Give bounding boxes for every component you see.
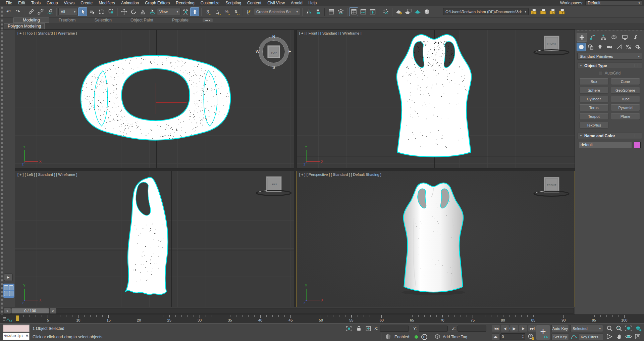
selection-lock-region-icon[interactable] <box>345 325 352 332</box>
time-slider-prev-button[interactable]: < <box>4 308 11 313</box>
object-type-button[interactable]: Pyramid <box>611 104 640 111</box>
selection-filter-dropdown[interactable]: All▾ <box>58 8 78 15</box>
scene-explorer-icon[interactable] <box>327 7 336 16</box>
zoom-all-icon[interactable] <box>615 325 624 332</box>
space-warps-category-icon[interactable] <box>624 43 633 51</box>
object-type-button[interactable]: Tube <box>611 96 640 102</box>
rendered-frame-window-icon[interactable] <box>404 7 413 16</box>
object-type-button[interactable]: Torus <box>579 104 608 111</box>
menu-item[interactable]: Content <box>244 0 264 6</box>
left-dock-handle[interactable] <box>0 30 3 307</box>
rectangular-selection-region-icon[interactable] <box>97 7 106 16</box>
track-bar-toggle-button[interactable]: ◀▶ <box>492 333 499 340</box>
viewcube-compass[interactable]: TOP N E S W <box>255 34 292 69</box>
set-keys-button[interactable]: + <box>536 325 550 340</box>
utilities-tab-icon[interactable] <box>630 33 641 42</box>
time-tag-cube-icon[interactable] <box>434 333 441 340</box>
create-tab-icon[interactable] <box>577 33 587 42</box>
percent-snap-icon[interactable]: % <box>222 7 231 16</box>
key-step-mode-icon[interactable] <box>570 333 578 341</box>
go-to-end-button[interactable]: ▶▶| <box>528 325 536 332</box>
mirror-icon[interactable] <box>304 7 313 16</box>
previous-frame-button[interactable]: ◀| <box>501 325 509 332</box>
object-type-button[interactable]: Cylinder <box>579 96 608 102</box>
shapes-category-icon[interactable] <box>586 43 595 51</box>
ribbon-tab[interactable]: Selection <box>85 17 121 23</box>
align-icon[interactable] <box>314 7 323 16</box>
cameras-category-icon[interactable] <box>605 43 614 51</box>
object-type-button[interactable]: Sphere <box>579 87 608 94</box>
viewport-perspective-label[interactable]: [ + ] [ Perspective ] [ Standard ] [ Def… <box>299 173 381 177</box>
motion-tab-icon[interactable] <box>609 33 619 42</box>
edit-named-selection-icon[interactable]: { <box>245 7 254 16</box>
toolbar-dock-handle[interactable] <box>0 6 3 17</box>
viewport-layout-tab-button[interactable] <box>3 284 14 298</box>
viewport-front[interactable]: [ + ] [ Front ] [ Standard ] [ Wireframe… <box>297 30 575 168</box>
ribbon-minimize-icon[interactable]: ▬▾ <box>203 18 213 22</box>
add-time-tag[interactable]: Add Time Tag <box>443 335 467 339</box>
ribbon-tab[interactable]: Freeform <box>49 17 85 23</box>
select-and-scale-icon[interactable] <box>138 7 147 16</box>
x-coord-field[interactable] <box>380 326 409 332</box>
maximize-viewport-toggle-icon[interactable] <box>634 333 643 340</box>
menu-item[interactable]: Views <box>61 0 77 6</box>
play-button[interactable]: ▶ <box>510 325 518 332</box>
ribbon-tab[interactable]: Modeling <box>13 17 49 23</box>
viewcube-perspective[interactable]: FRONT <box>532 175 572 199</box>
spinner-snap-icon[interactable]: ⇅ <box>231 7 240 16</box>
maxscript-mini-listener[interactable]: MAXScript Mi <box>3 333 30 340</box>
object-type-button[interactable]: Teapot <box>579 113 608 120</box>
select-and-place-icon[interactable] <box>148 7 157 16</box>
menu-item[interactable]: Customize <box>198 0 223 6</box>
viewport-front-label[interactable]: [ + ] [ Front ] [ Standard ] [ Wireframe… <box>299 31 362 35</box>
absolute-offset-toggle-icon[interactable] <box>365 325 372 332</box>
selection-lock-icon[interactable] <box>356 325 362 332</box>
display-tab-icon[interactable] <box>620 33 630 42</box>
maxscript-mini-recorder[interactable] <box>3 325 30 332</box>
set-key-button[interactable]: Set Key <box>551 333 569 340</box>
auto-key-button[interactable]: Auto Key <box>551 325 569 332</box>
project-path-dropdown[interactable]: C:\Users\Redwan Islam (DF)\Documents\3ds… <box>443 8 529 15</box>
named-selection-set-dropdown[interactable]: Create Selection Se▾ <box>254 8 300 15</box>
scatter-icon[interactable] <box>381 7 390 16</box>
object-type-button[interactable]: Cone <box>611 78 640 85</box>
menu-item[interactable]: Arnold <box>288 0 306 6</box>
zoom-icon[interactable] <box>606 325 614 332</box>
use-pivot-center-icon[interactable] <box>181 7 190 16</box>
menu-item[interactable]: File <box>3 0 15 6</box>
pan-hand-icon[interactable] <box>615 333 624 340</box>
object-type-rollout-header[interactable]: ▼ Object Type ⋮⋮ <box>577 62 642 69</box>
modify-tab-icon[interactable] <box>587 33 598 42</box>
menu-item[interactable]: Modifiers <box>96 0 118 6</box>
menu-item[interactable]: Scripting <box>222 0 244 6</box>
select-by-name-icon[interactable] <box>88 7 97 16</box>
render-production-icon[interactable] <box>413 7 422 16</box>
object-color-swatch[interactable] <box>634 142 641 148</box>
angle-snap-icon[interactable] <box>213 7 222 16</box>
select-object-button[interactable] <box>78 7 87 16</box>
viewcube-left[interactable]: LEFT <box>254 174 294 198</box>
autogrid-checkbox[interactable] <box>599 71 603 75</box>
time-configuration-icon[interactable] <box>527 333 535 341</box>
y-coord-field[interactable] <box>419 326 448 332</box>
project-folder-icon[interactable] <box>548 7 557 16</box>
schematic-view-icon[interactable] <box>368 7 377 16</box>
viewport-left-label[interactable]: [ + ] [ Left ] [ Standard ] [ Wireframe … <box>17 173 77 177</box>
select-and-move-icon[interactable] <box>119 7 128 16</box>
zoom-extents-icon[interactable] <box>625 325 633 332</box>
menu-item[interactable]: Help <box>306 0 320 6</box>
material-editor-icon[interactable] <box>422 7 431 16</box>
next-frame-button[interactable]: |▶ <box>519 325 527 332</box>
z-coord-field[interactable] <box>458 326 486 332</box>
viewport-left[interactable]: [ + ] [ Left ] [ Standard ] [ Wireframe … <box>15 171 294 307</box>
layer-explorer-icon[interactable] <box>336 7 345 16</box>
go-to-start-button[interactable]: |◀◀ <box>492 325 500 332</box>
select-and-rotate-icon[interactable] <box>129 7 138 16</box>
zoom-extents-all-icon[interactable] <box>634 325 643 332</box>
object-type-button[interactable]: Box <box>579 78 608 85</box>
project-folder-icon[interactable] <box>538 7 547 16</box>
hierarchy-tab-icon[interactable] <box>598 33 608 42</box>
geometry-category-icon[interactable] <box>577 43 586 51</box>
object-name-field[interactable]: default <box>579 142 632 148</box>
select-and-manipulate-icon[interactable] <box>190 7 199 16</box>
